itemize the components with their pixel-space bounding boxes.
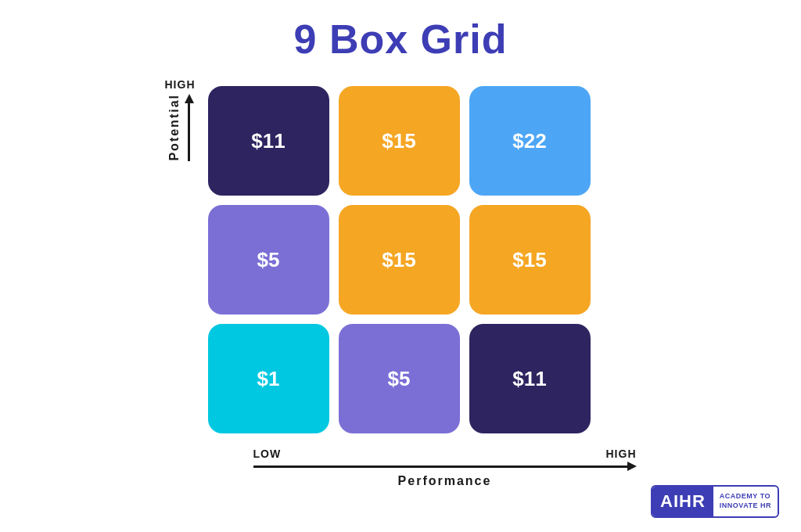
page-container: 9 Box Grid HIGH Potential $11$15$22$5$15…	[0, 0, 801, 532]
grid-cell-1-2: $15	[469, 205, 591, 315]
aihr-tagline: ACADEMY TO INNOVATE HR	[713, 489, 778, 513]
x-axis-area: LOW HIGH Performance	[253, 448, 637, 488]
y-arrow-line	[185, 94, 194, 161]
grid-cell-1-0: $5	[208, 205, 329, 315]
x-axis-line	[253, 466, 627, 468]
x-axis-labels: LOW HIGH	[253, 448, 637, 460]
x-arrow-line	[253, 462, 637, 471]
aihr-logo: AIHR ACADEMY TO INNOVATE HR	[651, 485, 779, 518]
grid-cell-0-1: $15	[339, 86, 460, 196]
aihr-acronym: AIHR	[652, 487, 713, 516]
right-column: $11$15$22$5$15$15$1$5$11 LOW HIGH Perfor…	[200, 78, 637, 488]
grid-cell-2-0: $1	[208, 324, 329, 433]
x-low-label: LOW	[253, 448, 282, 460]
grid-cell-1-1: $15	[339, 205, 460, 315]
page-title: 9 Box Grid	[294, 16, 508, 63]
y-axis-column: HIGH Potential	[165, 78, 200, 161]
x-arrow-right-icon	[627, 462, 637, 471]
chart-area: HIGH Potential $11$15$22$5$15$15$1$5$11 …	[165, 78, 637, 488]
grid-cell-0-0: $11	[208, 86, 329, 196]
x-axis-label: Performance	[398, 474, 492, 488]
y-high-label: HIGH	[165, 78, 196, 91]
y-axis-label: Potential	[167, 94, 181, 161]
grid-cell-0-2: $22	[469, 86, 591, 196]
y-axis-line	[188, 103, 190, 161]
y-axis-row: Potential	[167, 94, 200, 161]
y-arrow-up-icon	[185, 94, 194, 103]
aihr-tagline-line2: INNOVATE HR	[720, 501, 771, 511]
x-high-label: HIGH	[606, 448, 637, 460]
nine-box-grid: $11$15$22$5$15$15$1$5$11	[200, 78, 637, 441]
grid-cell-2-1: $5	[339, 324, 460, 433]
aihr-tagline-line1: ACADEMY TO	[720, 492, 771, 501]
grid-cell-2-2: $11	[469, 324, 591, 433]
